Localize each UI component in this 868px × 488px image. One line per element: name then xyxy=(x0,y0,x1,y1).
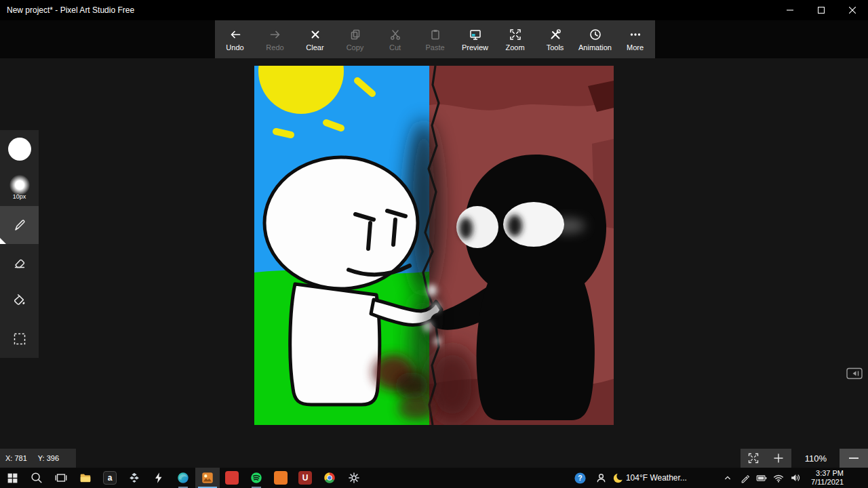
desktop-screen: New project* - Pixel Art Studio Free Und… xyxy=(0,0,868,488)
minimize-button[interactable] xyxy=(774,0,806,20)
dock-arrow-icon xyxy=(846,367,863,380)
zoom-level: 110% xyxy=(793,449,838,468)
clear-button[interactable]: Clear xyxy=(295,20,335,58)
zoom-icon xyxy=(509,28,522,41)
taskbar: a U xyxy=(0,468,868,488)
chrome-glyph-icon xyxy=(323,471,336,485)
window-controls xyxy=(774,0,868,20)
fill-bucket-icon xyxy=(12,293,27,308)
windows-logo-icon xyxy=(6,472,19,485)
volume-icon[interactable] xyxy=(787,468,804,488)
settings-icon[interactable] xyxy=(342,468,366,488)
person-icon xyxy=(595,472,608,485)
close-icon xyxy=(849,7,856,14)
undo-button[interactable]: Undo xyxy=(215,20,255,58)
zoom-label: Zoom xyxy=(505,43,524,52)
tools-icon xyxy=(549,28,562,41)
zoom-out-button[interactable] xyxy=(840,449,868,468)
copy-button[interactable]: Copy xyxy=(335,20,375,58)
zoom-button[interactable]: Zoom xyxy=(495,20,535,58)
statusbar: X: 781 Y: 396 110% xyxy=(0,449,868,468)
drawing-canvas[interactable] xyxy=(254,66,614,425)
dock-arrow-button[interactable] xyxy=(845,366,864,381)
x-coordinate: X: 781 xyxy=(5,454,27,462)
color-swatch-tool[interactable] xyxy=(0,130,39,168)
fill-tool[interactable] xyxy=(0,282,39,320)
window-title: New project* - Pixel Art Studio Free xyxy=(0,5,134,15)
u-app-icon[interactable]: U xyxy=(293,468,317,488)
plus-icon xyxy=(773,453,784,464)
battery-icon[interactable] xyxy=(753,468,770,488)
close-button[interactable] xyxy=(837,0,868,20)
brush-size-tool[interactable]: 10px xyxy=(0,168,39,206)
system-tray: ? 104°F Weather... xyxy=(570,468,868,488)
tools-label: Tools xyxy=(547,43,564,52)
weather-widget[interactable]: 104°F Weather... xyxy=(612,472,691,485)
clear-label: Clear xyxy=(306,43,323,52)
spotify-icon[interactable] xyxy=(244,468,269,488)
orange-app-icon[interactable] xyxy=(269,468,293,488)
paste-button[interactable]: Paste xyxy=(415,20,455,58)
brush-size-label: 10px xyxy=(13,193,26,200)
maximize-button[interactable] xyxy=(806,0,837,20)
lightning-app-icon[interactable] xyxy=(146,468,171,488)
more-dots-icon xyxy=(629,28,642,41)
clear-icon xyxy=(309,28,322,41)
fit-to-screen-button[interactable] xyxy=(741,449,766,468)
redo-label: Redo xyxy=(266,43,283,52)
more-button[interactable]: More xyxy=(615,20,655,58)
get-help-icon[interactable]: ? xyxy=(570,468,591,488)
help-question-icon: ? xyxy=(574,472,587,485)
tools-button[interactable]: Tools xyxy=(535,20,575,58)
pen-tray-icon[interactable] xyxy=(736,468,753,488)
clock-icon xyxy=(589,28,602,41)
network-icon[interactable] xyxy=(770,468,787,488)
zoom-controls xyxy=(741,449,791,468)
paste-icon xyxy=(429,28,442,41)
file-explorer-icon[interactable] xyxy=(73,468,98,488)
clock-time: 3:37 PM xyxy=(816,469,844,478)
preview-label: Preview xyxy=(462,43,488,52)
hidden-icons-chevron[interactable] xyxy=(719,468,736,488)
start-button[interactable] xyxy=(0,468,24,488)
app-a-icon[interactable]: a xyxy=(98,468,122,488)
minimize-icon xyxy=(787,7,793,14)
current-color-swatch xyxy=(8,138,31,161)
task-view-button[interactable] xyxy=(49,468,73,488)
taskbar-clock[interactable]: 3:37 PM 7/11/2021 xyxy=(811,468,844,488)
search-icon xyxy=(30,471,43,485)
redo-button[interactable]: Redo xyxy=(255,20,295,58)
titlebar: New project* - Pixel Art Studio Free xyxy=(0,0,868,20)
redo-icon xyxy=(269,28,282,41)
tool-palette: 10px xyxy=(0,130,39,358)
task-view-icon xyxy=(54,471,68,485)
clock-date: 7/11/2021 xyxy=(811,478,844,487)
people-icon[interactable] xyxy=(591,468,612,488)
svg-text:?: ? xyxy=(578,474,582,482)
preview-button[interactable]: Preview xyxy=(455,20,495,58)
dropbox-icon[interactable] xyxy=(122,468,146,488)
zoom-in-button[interactable] xyxy=(766,449,792,468)
chrome-icon[interactable] xyxy=(317,468,342,488)
search-button[interactable] xyxy=(24,468,49,488)
dropbox-glyph-icon xyxy=(127,471,141,485)
pixel-art-studio-icon[interactable] xyxy=(195,468,220,488)
weather-moon-icon xyxy=(612,472,625,485)
cursor-coordinates: X: 781 Y: 396 xyxy=(0,449,76,468)
red-app-icon[interactable] xyxy=(220,468,244,488)
more-label: More xyxy=(627,43,644,52)
red-app-glyph xyxy=(225,471,239,485)
letter-u-glyph: U xyxy=(298,471,312,485)
cut-button[interactable]: Cut xyxy=(375,20,415,58)
animation-button[interactable]: Animation xyxy=(575,20,615,58)
select-tool[interactable] xyxy=(0,320,39,358)
preview-icon xyxy=(469,28,482,41)
speaker-icon xyxy=(789,472,802,484)
copy-label: Copy xyxy=(347,43,364,52)
pencil-icon xyxy=(12,218,27,232)
pixel-art-app-icon xyxy=(201,471,214,485)
edge-icon[interactable] xyxy=(171,468,195,488)
pencil-tool[interactable] xyxy=(0,206,39,244)
eraser-tool[interactable] xyxy=(0,244,39,282)
animation-label: Animation xyxy=(578,43,612,52)
